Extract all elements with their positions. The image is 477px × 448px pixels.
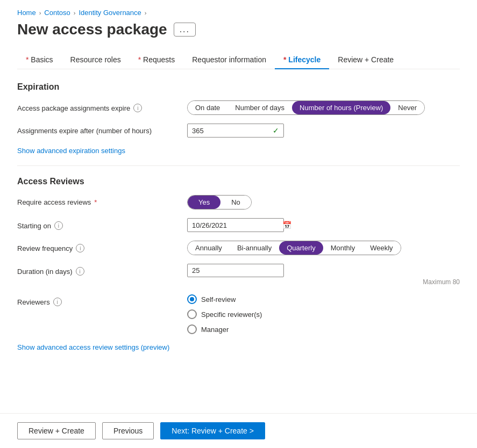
freq-bi-annually[interactable]: Bi-annually <box>230 241 279 255</box>
starting-on-control: 📅 <box>187 218 460 232</box>
advanced-expiration-link-row: Show advanced expiration settings <box>17 146 460 155</box>
expire-after-check-icon: ✓ <box>273 126 279 135</box>
expire-after-row: Assignments expire after (number of hour… <box>17 124 460 138</box>
starting-on-label: Starting on i <box>17 218 179 230</box>
duration-info-icon[interactable]: i <box>76 267 84 276</box>
review-frequency-label: Review frequency i <box>17 241 179 252</box>
duration-control: Maximum 80 <box>187 264 460 286</box>
starting-on-row: Starting on i 📅 <box>17 218 460 232</box>
duration-input-wrapper <box>187 264 284 277</box>
breadcrumb-sep-3: › <box>145 10 147 16</box>
tab-review-create[interactable]: Review + Create <box>329 51 402 69</box>
tab-resource-roles[interactable]: Resource roles <box>62 51 130 69</box>
advanced-expiration-link[interactable]: Show advanced expiration settings <box>17 147 125 155</box>
reviewer-self-review-label: Self-review <box>201 295 236 304</box>
duration-input[interactable] <box>192 266 279 274</box>
page-title-row: New access package ... <box>17 21 460 38</box>
assignments-expire-info-icon[interactable]: i <box>133 104 142 112</box>
review-frequency-control: Annually Bi-annually Quarterly Monthly W… <box>187 241 460 255</box>
breadcrumb-identity-governance[interactable]: Identity Governance <box>79 9 141 17</box>
reviewers-control: Self-review Specific reviewer(s) Manager <box>187 294 460 334</box>
breadcrumb-sep-1: › <box>39 10 41 16</box>
reviewer-manager-label: Manager <box>201 326 229 334</box>
expiration-section-title: Expiration <box>17 82 460 92</box>
expire-after-label: Assignments expire after (number of hour… <box>17 124 179 135</box>
assignments-expire-control: On date Number of days Number of hours (… <box>187 100 460 115</box>
advanced-reviews-link[interactable]: Show advanced access review settings (pr… <box>17 343 169 351</box>
access-reviews-section-title: Access Reviews <box>17 177 460 186</box>
freq-annually[interactable]: Annually <box>188 241 230 255</box>
yes-no-group: Yes No <box>187 195 252 209</box>
expire-on-date[interactable]: On date <box>188 101 227 114</box>
frequency-info-icon[interactable]: i <box>76 244 84 252</box>
expire-number-of-days[interactable]: Number of days <box>227 101 292 114</box>
breadcrumb-contoso[interactable]: Contoso <box>44 9 70 17</box>
reviewers-radio-group: Self-review Specific reviewer(s) Manager <box>187 294 460 334</box>
review-create-button[interactable]: Review + Create <box>17 422 96 439</box>
page-container: Home › Contoso › Identity Governance › N… <box>0 0 477 448</box>
require-reviews-control: Yes No <box>187 195 460 209</box>
calendar-icon[interactable]: 📅 <box>282 221 291 229</box>
date-input-wrapper: 📅 <box>187 218 284 232</box>
duration-row: Duration (in days) i Maximum 80 <box>17 264 460 286</box>
tabs-bar: Basics Resource roles Requests Requestor… <box>17 51 460 69</box>
reviewers-row: Reviewers i Self-review Specific reviewe… <box>17 294 460 334</box>
tab-lifecycle[interactable]: Lifecycle <box>275 51 329 69</box>
reviewer-manager[interactable]: Manager <box>187 324 460 334</box>
duration-label: Duration (in days) i <box>17 264 179 276</box>
breadcrumb-home[interactable]: Home <box>17 9 36 17</box>
freq-weekly[interactable]: Weekly <box>362 241 400 255</box>
freq-quarterly[interactable]: Quarterly <box>279 241 323 255</box>
tab-requests[interactable]: Requests <box>130 51 184 69</box>
reviewer-specific-label: Specific reviewer(s) <box>201 310 262 319</box>
expire-number-of-hours[interactable]: Number of hours (Preview) <box>292 101 390 114</box>
starting-on-info-icon[interactable]: i <box>54 221 63 230</box>
reviewer-self-review-dot <box>190 297 194 301</box>
require-reviews-label: Require access reviews * <box>17 195 179 206</box>
assignments-expire-label: Access package assignments expire i <box>17 100 179 112</box>
reviewer-specific[interactable]: Specific reviewer(s) <box>187 309 460 319</box>
tab-basics[interactable]: Basics <box>17 51 62 69</box>
require-reviews-yes[interactable]: Yes <box>188 196 220 209</box>
tab-requestor-info[interactable]: Requestor information <box>183 51 275 69</box>
previous-button[interactable]: Previous <box>102 422 154 439</box>
next-button[interactable]: Next: Review + Create > <box>160 422 265 439</box>
page-title: New access package <box>17 21 167 38</box>
reviewers-label: Reviewers i <box>17 294 179 306</box>
advanced-reviews-link-row: Show advanced access review settings (pr… <box>17 343 460 351</box>
freq-monthly[interactable]: Monthly <box>323 241 363 255</box>
expire-after-input-wrapper: ✓ <box>187 124 284 138</box>
expire-after-input[interactable] <box>192 127 273 135</box>
expire-options-group: On date Number of days Number of hours (… <box>187 100 425 115</box>
reviewer-manager-circle <box>187 324 197 334</box>
review-frequency-row: Review frequency i Annually Bi-annually … <box>17 241 460 255</box>
breadcrumb-sep-2: › <box>74 10 76 16</box>
breadcrumb: Home › Contoso › Identity Governance › <box>17 9 460 17</box>
section-divider <box>17 165 460 166</box>
require-reviews-no[interactable]: No <box>220 196 251 209</box>
frequency-group: Annually Bi-annually Quarterly Monthly W… <box>187 241 401 255</box>
duration-helper-text: Maximum 80 <box>187 278 460 286</box>
reviewer-self-review[interactable]: Self-review <box>187 294 460 304</box>
footer: Review + Create Previous Next: Review + … <box>0 413 477 448</box>
main-content: Home › Contoso › Identity Governance › N… <box>0 0 477 413</box>
reviewers-info-icon[interactable]: i <box>53 298 62 306</box>
reviewer-specific-circle <box>187 309 197 319</box>
require-reviews-row: Require access reviews * Yes No <box>17 195 460 209</box>
required-star: * <box>94 198 97 206</box>
assignments-expire-row: Access package assignments expire i On d… <box>17 100 460 115</box>
ellipsis-button[interactable]: ... <box>174 23 196 37</box>
expire-never[interactable]: Never <box>390 101 424 114</box>
starting-on-input[interactable] <box>192 221 282 229</box>
reviewer-self-review-circle <box>187 294 197 304</box>
expire-after-control: ✓ <box>187 124 460 138</box>
